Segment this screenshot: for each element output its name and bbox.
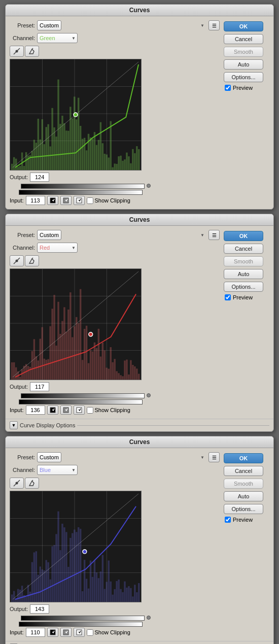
cancel-button[interactable]: Cancel xyxy=(224,466,263,476)
preset-menu-button[interactable]: ☰ xyxy=(208,230,220,240)
svg-rect-51 xyxy=(96,145,97,170)
svg-rect-88 xyxy=(13,362,15,380)
preview-checkbox[interactable] xyxy=(225,294,231,300)
curve-tool-pencil[interactable] xyxy=(25,46,39,57)
svg-rect-203 xyxy=(88,589,89,602)
cancel-button[interactable]: Cancel xyxy=(224,34,263,44)
title-bar: Curves xyxy=(6,214,273,226)
cancel-button[interactable]: Cancel xyxy=(224,244,263,254)
smooth-button[interactable]: Smooth xyxy=(224,47,263,57)
svg-rect-215 xyxy=(112,595,113,602)
svg-rect-124 xyxy=(86,326,87,380)
svg-rect-197 xyxy=(76,532,77,602)
svg-rect-134 xyxy=(106,368,108,380)
input-row: Input: Show Clipping xyxy=(10,405,220,415)
sampler-white[interactable] xyxy=(74,405,85,415)
curve-canvas[interactable] xyxy=(10,491,142,602)
input-value[interactable] xyxy=(26,405,45,415)
input-label: Input: xyxy=(10,407,24,413)
svg-rect-109 xyxy=(55,346,57,380)
show-clipping-label[interactable]: Show Clipping xyxy=(87,407,130,414)
show-clipping-label[interactable]: Show Clipping xyxy=(87,629,130,636)
smooth-button[interactable]: Smooth xyxy=(224,256,263,266)
ok-button[interactable]: OK xyxy=(224,231,263,241)
output-label: Output: xyxy=(10,174,28,180)
options-button[interactable]: Options... xyxy=(224,504,263,514)
svg-rect-192 xyxy=(65,532,67,602)
dialog-body: Preset: Custom ☰ Channel: Green xyxy=(6,16,273,209)
svg-rect-113 xyxy=(63,307,65,380)
channel-select[interactable]: Red xyxy=(37,243,78,253)
options-button[interactable]: Options... xyxy=(224,282,263,292)
channel-select[interactable]: Blue xyxy=(37,465,78,475)
svg-rect-165 xyxy=(11,594,13,602)
input-gradient-bar xyxy=(19,622,143,627)
input-gradient-bar xyxy=(19,190,143,195)
svg-rect-201 xyxy=(84,560,85,602)
ok-button[interactable]: OK xyxy=(224,21,263,31)
preset-select[interactable]: Custom xyxy=(37,20,61,30)
svg-rect-174 xyxy=(29,592,31,602)
sampler-white[interactable] xyxy=(74,628,85,637)
svg-rect-126 xyxy=(90,350,91,380)
preview-checkbox[interactable] xyxy=(225,85,231,91)
svg-rect-102 xyxy=(42,327,43,380)
output-value[interactable] xyxy=(30,604,49,614)
svg-rect-130 xyxy=(98,329,99,380)
input-value[interactable] xyxy=(26,196,45,205)
input-value[interactable] xyxy=(26,628,45,637)
preset-select[interactable]: Custom xyxy=(37,230,61,240)
svg-rect-142 xyxy=(122,376,123,380)
preview-row: Preview xyxy=(224,294,269,300)
curves-dialog-red: Curves Preset: Custom ☰ Channel: xyxy=(5,214,274,432)
sampler-white[interactable] xyxy=(74,196,85,205)
auto-button[interactable]: Auto xyxy=(224,59,263,70)
show-clipping-checkbox[interactable] xyxy=(87,407,93,414)
auto-button[interactable]: Auto xyxy=(224,269,263,279)
svg-rect-189 xyxy=(59,550,61,602)
curve-canvas[interactable] xyxy=(10,268,142,380)
curve-tool-point[interactable] xyxy=(10,255,24,266)
auto-button[interactable]: Auto xyxy=(224,491,263,501)
preset-menu-button[interactable]: ☰ xyxy=(208,452,220,462)
curve-canvas[interactable] xyxy=(10,59,142,171)
svg-rect-188 xyxy=(57,512,59,602)
preset-menu-button[interactable]: ☰ xyxy=(208,20,220,30)
show-clipping-checkbox[interactable] xyxy=(87,629,93,636)
output-value[interactable] xyxy=(30,382,49,391)
ok-button[interactable]: OK xyxy=(224,453,263,463)
svg-rect-181 xyxy=(43,570,45,602)
sampler-black[interactable] xyxy=(47,405,58,415)
svg-rect-135 xyxy=(108,369,110,380)
svg-rect-59 xyxy=(112,167,113,170)
output-value[interactable] xyxy=(30,173,49,182)
sampler-gray[interactable] xyxy=(60,405,72,415)
svg-rect-63 xyxy=(120,156,121,170)
preset-select[interactable]: Custom xyxy=(37,452,61,462)
curve-tool-pencil[interactable] xyxy=(25,255,39,266)
svg-rect-226 xyxy=(134,585,135,602)
sampler-black[interactable] xyxy=(47,628,58,637)
svg-rect-221 xyxy=(124,582,125,602)
collapse-button[interactable]: ▼ xyxy=(10,421,18,429)
curve-tool-point[interactable] xyxy=(10,46,24,57)
svg-rect-27 xyxy=(47,124,49,170)
show-clipping-checkbox[interactable] xyxy=(87,197,93,204)
channel-select[interactable]: Green xyxy=(37,33,78,43)
svg-rect-29 xyxy=(51,108,53,170)
svg-rect-97 xyxy=(31,351,33,380)
curve-tool-point[interactable] xyxy=(10,478,24,489)
curve-tool-pencil[interactable] xyxy=(25,478,39,489)
svg-rect-62 xyxy=(118,156,119,170)
svg-rect-115 xyxy=(67,310,69,380)
smooth-button[interactable]: Smooth xyxy=(224,479,263,489)
sampler-gray[interactable] xyxy=(60,196,72,205)
svg-rect-217 xyxy=(116,581,117,602)
sampler-black[interactable] xyxy=(47,196,58,205)
svg-rect-32 xyxy=(57,80,59,170)
options-button[interactable]: Options... xyxy=(224,72,263,82)
preview-checkbox[interactable] xyxy=(225,517,231,523)
sampler-gray[interactable] xyxy=(60,628,72,637)
show-clipping-label[interactable]: Show Clipping xyxy=(87,197,130,204)
circle-indicator xyxy=(147,616,151,620)
